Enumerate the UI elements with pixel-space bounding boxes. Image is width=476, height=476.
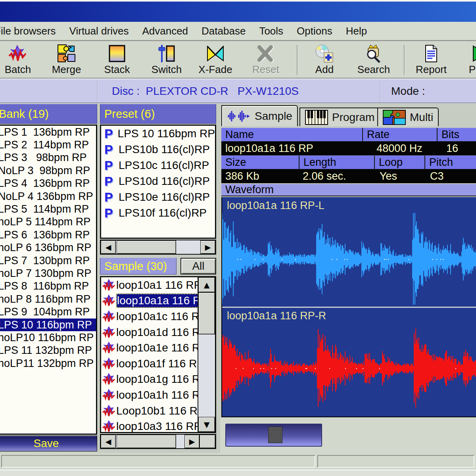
scroll-left-button[interactable]: ◀: [101, 240, 116, 254]
scrollbar-track[interactable]: [116, 435, 184, 448]
save-button[interactable]: Save: [0, 436, 97, 451]
merge-button[interactable]: Merge: [48, 43, 85, 77]
menu-item-help[interactable]: Help: [339, 25, 374, 37]
sample-waveform-icon: [102, 372, 116, 386]
left-arrow-icon: ◀: [106, 438, 111, 445]
play-button[interactable]: Play: [461, 43, 476, 77]
scrollbar-thumb[interactable]: [117, 240, 176, 254]
tab-label: Sample: [255, 110, 292, 123]
menu-item-advanced[interactable]: Advanced: [135, 25, 195, 37]
menu-item-virtual-drives[interactable]: Virtual drives: [63, 25, 136, 37]
stack-icon: [107, 43, 127, 64]
bank-list-item[interactable]: LPS 10 116bpm RP: [0, 319, 96, 331]
search-button[interactable]: Search: [352, 43, 395, 77]
x-fade-button[interactable]: X-Fade: [195, 43, 236, 77]
report-button[interactable]: Report: [411, 43, 451, 77]
bank-list-item[interactable]: noLP 6 136bpm RP: [0, 242, 96, 254]
waveform-position-slider[interactable]: [225, 424, 322, 447]
bank-item-label: noLP11 132bpm RP: [0, 357, 94, 370]
batch-button[interactable]: Batch: [0, 43, 36, 77]
scrollbar-thumb[interactable]: [117, 435, 176, 448]
puzzle-icon: [383, 110, 406, 125]
preset-list-item[interactable]: PLPS10c 116(cl)RP: [101, 157, 215, 173]
bank-list-item[interactable]: noLP10 116bpm RP: [0, 331, 96, 344]
bank-item-label: noLP 6 136bpm RP: [0, 242, 91, 254]
sample-waveform-icon: [102, 388, 116, 402]
bank-list-item[interactable]: LPS 1 136bpm RP: [0, 126, 96, 138]
batch-icon: [8, 43, 28, 64]
bank-list-item[interactable]: LPS 11 132bpm RP: [0, 344, 96, 357]
all-button[interactable]: All: [180, 258, 216, 274]
scroll-left-button[interactable]: ◀: [101, 435, 116, 448]
sample-rate-value: 48000 Hz: [362, 142, 437, 155]
tab-program[interactable]: Program: [299, 107, 380, 126]
status-bar: [0, 453, 476, 470]
bank-list-item[interactable]: NoLP 3 98bpm RP: [0, 164, 96, 177]
toolbar-button-label: Report: [416, 64, 447, 75]
waveform-display[interactable]: loop10a1a 116 RP-L loop10a1a 116 RP-R: [221, 197, 476, 417]
app-window: File browsersVirtual drivesAdvancedDatab…: [0, 0, 476, 476]
menu-item-tools[interactable]: Tools: [252, 25, 290, 37]
add-button[interactable]: Add: [306, 43, 343, 77]
preset-list-item[interactable]: PLPS10b 116(cl)RP: [101, 142, 215, 157]
toolbar-separator: [297, 45, 298, 75]
preset-list-item[interactable]: PLPS10d 116(cl)RP: [101, 173, 215, 189]
toolbar-button-label: Batch: [5, 64, 31, 75]
menu-item-options[interactable]: Options: [290, 25, 339, 37]
sample-vscrollbar[interactable]: ▲▼: [198, 277, 215, 432]
sample-waveform-icon: [102, 278, 116, 292]
preset-item-label: LPS10f 116(cl)RP: [119, 207, 207, 219]
sample-item-label: loop10a1c 116 RP: [116, 310, 199, 323]
tab-label: Multi: [410, 111, 433, 124]
tab-sample[interactable]: Sample: [221, 105, 298, 126]
preset-list-item[interactable]: PLPS10e 116(cl)RP: [101, 189, 215, 205]
sample-item-label: loop10a1e 116 RP: [116, 342, 199, 354]
column-header-name: Name: [221, 128, 362, 142]
scroll-down-button[interactable]: ▼: [198, 417, 215, 432]
bank-list-item[interactable]: LPS 2 114bpm RP: [0, 138, 96, 151]
bank-list-item[interactable]: LPS 7 130bpm RP: [0, 254, 96, 267]
bank-list-item[interactable]: LPS 8 116bpm RP: [0, 280, 96, 293]
scroll-right-button[interactable]: ▶: [184, 435, 200, 448]
piano-icon: [305, 110, 328, 125]
scrollbar-track[interactable]: [116, 240, 200, 254]
right-channel-waveform: [222, 323, 476, 414]
sample-item-label: loop10a1d 116 RP: [116, 326, 199, 339]
disc-bar-divider: [380, 80, 381, 102]
bank-list-item[interactable]: LPS 6 136bpm RP: [0, 228, 96, 241]
left-arrow-icon: ◀: [106, 244, 111, 251]
bank-list-item[interactable]: LPS 5 114bpm RP: [0, 203, 96, 215]
scroll-up-button[interactable]: ▲: [198, 277, 215, 292]
menu-item-file-browsers[interactable]: File browsers: [0, 25, 63, 37]
bank-list-item[interactable]: noLP11 132bpm RP: [0, 357, 96, 370]
bank-list-item[interactable]: LPS 3 98bpm RP: [0, 152, 96, 164]
bank-item-label: LPS 1 136bpm RP: [0, 126, 90, 138]
column-header-bits: Bits: [437, 128, 476, 142]
stack-button[interactable]: Stack: [99, 43, 135, 77]
scrollbar-thumb[interactable]: [198, 292, 215, 334]
preset-list-item[interactable]: PLPS 10 116bpm RP: [101, 126, 215, 142]
bank-list-item[interactable]: LPS 9 104bpm RP: [0, 305, 96, 318]
switch-button[interactable]: Switch: [148, 43, 186, 77]
bank-list-item[interactable]: NoLP 4 136bpm RP: [0, 190, 96, 203]
bank-list-item[interactable]: noLP 7 130bpm RP: [0, 267, 96, 280]
preset-hscrollbar[interactable]: ◀ ▶: [100, 240, 216, 255]
preset-item-label: LPS10c 116(cl)RP: [119, 159, 209, 172]
sample-hscrollbar[interactable]: ◀ ▶: [100, 434, 216, 449]
title-bar[interactable]: [0, 2, 476, 22]
bank-list-item[interactable]: noLP 8 116bpm RP: [0, 293, 96, 305]
sample-waveform-icon: [102, 326, 116, 339]
bank-panel-title: Bank (19): [0, 107, 49, 121]
menu-item-database[interactable]: Database: [195, 25, 252, 37]
sample-waveform-icon: [102, 341, 116, 355]
preset-list-item[interactable]: PLPS10f 116(cl)RP: [101, 205, 215, 221]
scroll-right-button[interactable]: ▶: [200, 240, 215, 254]
preset-panel-header: Preset (6): [100, 104, 216, 124]
sample-length-value: 2.06 sec.: [299, 169, 374, 183]
column-header-length: Length: [299, 155, 374, 169]
bank-item-label: LPS 11 132bpm RP: [0, 344, 92, 357]
slider-thumb[interactable]: [268, 426, 282, 443]
bank-list-item[interactable]: noLP 5 114bpm RP: [0, 216, 96, 228]
tab-multi[interactable]: Multi: [377, 107, 439, 126]
bank-list-item[interactable]: LPS 4 136bpm RP: [0, 177, 96, 190]
